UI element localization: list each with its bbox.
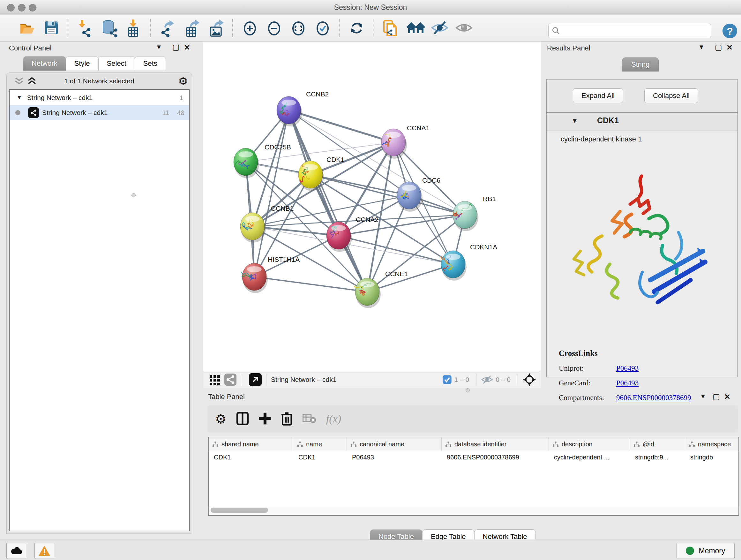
network-edge[interactable]: [311, 142, 394, 175]
network-node[interactable]: CDC25B: [233, 143, 291, 178]
panel-close-icon[interactable]: ✕: [726, 43, 733, 52]
horizontal-scrollbar[interactable]: [209, 506, 738, 514]
status-bar: Memory: [0, 540, 741, 560]
tab-sets[interactable]: Sets: [135, 56, 166, 71]
panel-close-icon[interactable]: ✕: [184, 43, 190, 52]
table-cell[interactable]: CDK1: [293, 451, 347, 464]
network-edge[interactable]: [254, 277, 367, 292]
open-session-button[interactable]: [18, 19, 36, 37]
table-cell[interactable]: 9606.ENSP00000378699: [442, 451, 549, 464]
collapse-all-button[interactable]: Collapse All: [644, 88, 698, 103]
section-expander-icon[interactable]: ▼: [571, 117, 578, 125]
protein-section-header[interactable]: ▼ CDK1: [547, 113, 738, 131]
memory-button[interactable]: Memory: [677, 543, 735, 558]
network-edge[interactable]: [289, 110, 394, 142]
column-header-namespace[interactable]: namespace: [685, 437, 738, 451]
table-cell[interactable]: cyclin-dependent ...: [549, 451, 630, 464]
expand-all-button[interactable]: Expand All: [573, 88, 623, 103]
cloud-status-button[interactable]: [6, 543, 26, 558]
network-node[interactable]: CCNE1: [354, 270, 408, 308]
delete-column-button[interactable]: [281, 411, 293, 427]
window-close-light[interactable]: [7, 4, 15, 11]
panel-menu-icon[interactable]: ▼: [156, 44, 162, 51]
function-builder-icon[interactable]: f(x): [326, 413, 341, 425]
table-cell[interactable]: CDK1: [209, 451, 293, 464]
splitter-handle[interactable]: [466, 388, 470, 392]
window-minimize-light[interactable]: [18, 4, 25, 11]
export-table-button[interactable]: [183, 19, 200, 37]
show-all-button[interactable]: [454, 19, 471, 37]
titlebar: Session: New Session: [0, 0, 741, 15]
tab-select[interactable]: Select: [98, 56, 135, 71]
hidden-eye-icon[interactable]: [481, 374, 493, 385]
network-row[interactable]: String Network – cdk1 11 48: [10, 105, 189, 120]
panel-menu-icon[interactable]: ▼: [700, 393, 706, 400]
table-cell[interactable]: P06493: [347, 451, 442, 464]
network-edge[interactable]: [254, 110, 289, 277]
zoom-fit-button[interactable]: [289, 19, 307, 37]
clone-network-button[interactable]: [381, 19, 399, 37]
column-header-database-identifier[interactable]: database identifier: [442, 437, 549, 451]
splitter-handle[interactable]: [131, 193, 136, 197]
import-from-database-button[interactable]: [100, 19, 118, 37]
network-node[interactable]: CDKN1A: [441, 243, 497, 281]
toggle-columns-button[interactable]: [236, 412, 249, 427]
help-button[interactable]: ?: [723, 23, 737, 38]
search-icon: [552, 26, 560, 35]
create-column-button[interactable]: [259, 412, 271, 427]
column-header-shared-name[interactable]: shared name: [209, 437, 293, 451]
delete-table-button[interactable]: [302, 413, 317, 425]
tab-network[interactable]: Network: [23, 56, 66, 71]
network-mode-icon[interactable]: [224, 374, 237, 386]
crosslink-genecard[interactable]: P06493: [616, 379, 638, 387]
scrollbar-thumb[interactable]: [211, 508, 268, 513]
column-header-canonical-name[interactable]: canonical name: [347, 437, 442, 451]
table-options-button[interactable]: ⚙: [215, 412, 226, 426]
current-network-dot: [15, 110, 20, 115]
column-header--id[interactable]: @id: [630, 437, 685, 451]
collection-expander-icon[interactable]: ▼: [17, 95, 22, 101]
warnings-button[interactable]: [35, 543, 54, 558]
grid-mode-icon[interactable]: [208, 373, 221, 386]
table-cell[interactable]: stringdb: [685, 451, 738, 464]
network-edge[interactable]: [339, 236, 453, 264]
import-network-button[interactable]: [76, 19, 93, 37]
panel-float-icon[interactable]: ▢: [715, 43, 722, 52]
navigator-icon[interactable]: [522, 373, 536, 387]
crosslink-uniprot[interactable]: P06493: [616, 364, 638, 373]
save-session-button[interactable]: [43, 19, 60, 37]
export-network-button[interactable]: [158, 19, 176, 37]
network-node[interactable]: CCNA1: [381, 124, 429, 159]
panel-float-icon[interactable]: ▢: [172, 43, 180, 52]
zoom-out-button[interactable]: [265, 19, 282, 37]
network-node[interactable]: RB1: [453, 195, 496, 231]
network-collection-row[interactable]: ▼ String Network – cdk1 1: [10, 90, 189, 105]
export-image-button[interactable]: [207, 19, 224, 37]
delete-table-icon: [302, 413, 317, 424]
import-table-button[interactable]: [125, 19, 142, 37]
zoom-selected-button[interactable]: [314, 19, 331, 37]
gear-icon[interactable]: ⚙: [179, 75, 188, 87]
home-button[interactable]: [406, 19, 423, 37]
network-node[interactable]: HIST1H1A: [241, 256, 300, 293]
network-edge[interactable]: [367, 264, 453, 292]
toolbar-separator: [150, 19, 151, 37]
column-header-description[interactable]: description: [549, 437, 630, 451]
hide-selected-button[interactable]: [430, 19, 447, 37]
panel-menu-icon[interactable]: ▼: [698, 44, 704, 51]
column-header-name[interactable]: name: [293, 437, 347, 451]
window-zoom-light[interactable]: [29, 4, 37, 11]
node-label: CCNA2: [356, 216, 379, 223]
panel-float-icon[interactable]: ▢: [713, 392, 720, 401]
search-input[interactable]: [560, 24, 711, 37]
refresh-button[interactable]: [347, 19, 365, 37]
network-canvas[interactable]: CCNB2CCNA1CDC25BCDK1CDC6RB1CCNB1CCNA2CDK…: [203, 42, 541, 371]
detach-view-icon[interactable]: [249, 373, 262, 386]
panel-close-icon[interactable]: ✕: [724, 392, 731, 401]
selected-checkbox-icon[interactable]: [442, 375, 452, 384]
tab-string[interactable]: String: [622, 57, 659, 71]
table-cell[interactable]: stringdb:9...: [630, 451, 685, 464]
tab-style[interactable]: Style: [66, 56, 98, 71]
table-row[interactable]: CDK1CDK1P064939606.ENSP00000378699cyclin…: [209, 451, 738, 464]
zoom-in-button[interactable]: [241, 19, 258, 37]
